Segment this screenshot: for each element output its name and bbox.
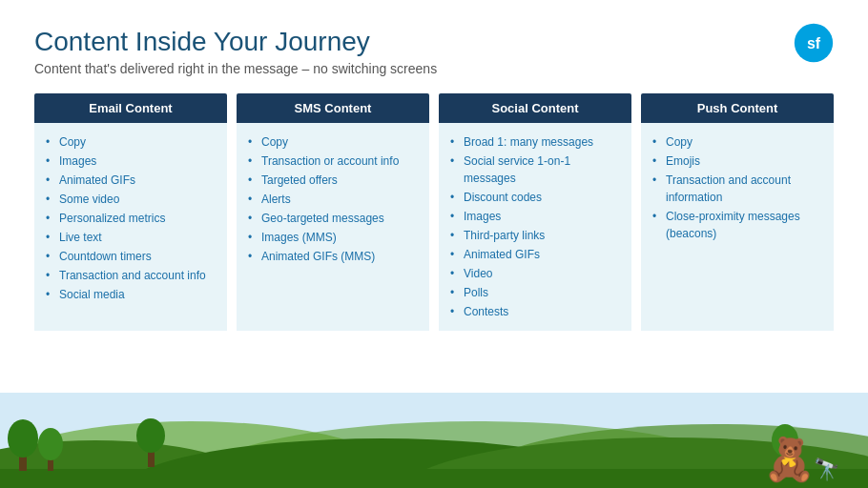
- svg-point-11: [8, 419, 38, 458]
- column-social: Social ContentBroad 1: many messagesSoci…: [439, 93, 631, 331]
- character-icon: 🧸: [763, 438, 816, 480]
- list-item: Social service 1-on-1 messages: [450, 152, 624, 188]
- column-header-push: Push Content: [641, 93, 834, 123]
- list-item: Copy: [652, 132, 826, 152]
- list-item: Emojis: [652, 152, 826, 171]
- list-item: Animated GIFs: [46, 171, 219, 190]
- list-item: Animated GIFs: [450, 245, 624, 264]
- page-subtitle: Content that's delivered right in the me…: [34, 61, 834, 76]
- list-item: Images: [450, 207, 624, 226]
- list-item: Alerts: [248, 190, 422, 209]
- salesforce-logo: sf: [794, 23, 834, 63]
- column-body-sms: CopyTransaction or account infoTargeted …: [237, 123, 429, 331]
- column-header-social: Social Content: [439, 93, 631, 123]
- column-header-sms: SMS Content: [237, 93, 429, 123]
- list-item: Geo-targeted messages: [248, 209, 422, 228]
- list-item: Targeted offers: [248, 171, 422, 190]
- list-item: Polls: [450, 283, 624, 302]
- list-item: Images: [46, 152, 219, 171]
- list-item: Transaction or account info: [248, 152, 422, 171]
- list-item: Countdown timers: [46, 247, 219, 266]
- list-item: Broad 1: many messages: [450, 132, 624, 152]
- list-item: Personalized metrics: [46, 209, 219, 228]
- list-item: Animated GIFs (MMS): [248, 247, 422, 266]
- svg-point-15: [136, 418, 165, 453]
- svg-rect-9: [0, 469, 868, 488]
- list-item: Transaction and account information: [652, 171, 826, 207]
- list-item: Social media: [46, 285, 219, 304]
- column-push: Push ContentCopyEmojisTransaction and ac…: [641, 93, 834, 331]
- column-body-push: CopyEmojisTransaction and account inform…: [641, 123, 834, 331]
- list-item: Copy: [46, 132, 219, 152]
- landscape-scene: 🧸 🔭: [0, 393, 868, 488]
- list-item: Third-party links: [450, 226, 624, 245]
- svg-point-13: [38, 428, 63, 460]
- list-item: Discount codes: [450, 188, 624, 207]
- content-columns: Email ContentCopyImagesAnimated GIFsSome…: [34, 93, 834, 331]
- svg-text:sf: sf: [807, 35, 821, 51]
- binoculars-icon: 🔭: [814, 459, 839, 480]
- list-item: Copy: [248, 132, 422, 152]
- column-header-email: Email Content: [34, 93, 227, 123]
- list-item: Images (MMS): [248, 228, 422, 247]
- list-item: Close-proximity messages (beacons): [652, 207, 826, 243]
- slide: sf Content Inside Your Journey Content t…: [0, 0, 868, 488]
- column-body-email: CopyImagesAnimated GIFsSome videoPersona…: [34, 123, 227, 331]
- list-item: Contests: [450, 302, 624, 321]
- column-email: Email ContentCopyImagesAnimated GIFsSome…: [34, 93, 227, 331]
- list-item: Video: [450, 264, 624, 283]
- list-item: Transaction and account info: [46, 266, 219, 285]
- list-item: Some video: [46, 190, 219, 209]
- list-item: Live text: [46, 228, 219, 247]
- column-body-social: Broad 1: many messagesSocial service 1-o…: [439, 123, 631, 331]
- page-title: Content Inside Your Journey: [34, 27, 834, 57]
- column-sms: SMS ContentCopyTransaction or account in…: [237, 93, 429, 331]
